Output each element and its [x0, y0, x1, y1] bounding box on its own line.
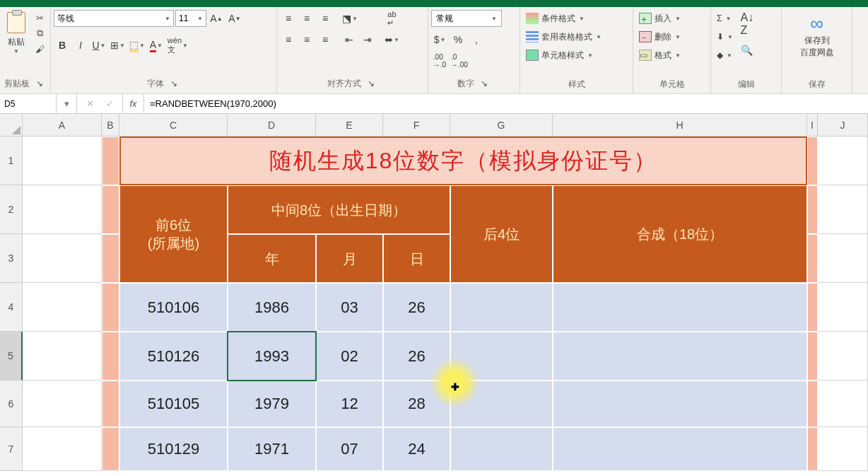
data-C6[interactable]: 510105	[119, 381, 228, 427]
col-header-B[interactable]: B	[102, 114, 119, 137]
alignment-launcher[interactable]: ↘	[364, 76, 378, 91]
margin-right[interactable]	[807, 283, 818, 332]
font-name-select[interactable]: 等线▼	[54, 10, 174, 27]
clipboard-launcher[interactable]: ↘	[33, 76, 47, 91]
hdr-day[interactable]: 日	[383, 234, 450, 283]
cell-J5[interactable]	[818, 332, 868, 381]
col-header-H[interactable]: H	[553, 114, 807, 137]
align-left-icon[interactable]: ≡	[280, 31, 297, 48]
percent-button[interactable]: %	[450, 31, 467, 48]
cell-A5[interactable]	[23, 332, 102, 381]
data-F4[interactable]: 26	[383, 283, 450, 332]
bold-button[interactable]: B	[54, 37, 71, 54]
data-H5[interactable]	[553, 332, 807, 381]
delete-button[interactable]: －删除▼	[636, 28, 684, 45]
data-F6[interactable]: 28	[383, 381, 450, 427]
number-launcher[interactable]: ↘	[477, 76, 491, 91]
wrap-text-button[interactable]: ab↵	[383, 10, 401, 27]
cell-A4[interactable]	[23, 283, 102, 332]
cell-A6[interactable]	[23, 381, 102, 427]
paste-button[interactable]: 粘贴 ▼	[3, 10, 29, 57]
margin-right[interactable]	[807, 332, 818, 381]
title-cell[interactable]: 随机生成18位数字（模拟身份证号）	[119, 137, 807, 185]
find-button[interactable]: 🔍	[739, 40, 756, 61]
conditional-format-button[interactable]: 条件格式▼	[523, 10, 604, 27]
margin-left[interactable]	[102, 234, 119, 283]
align-center-icon[interactable]: ≡	[298, 31, 315, 48]
align-top-icon[interactable]: ≡	[280, 10, 297, 27]
data-D4[interactable]: 1986	[228, 283, 316, 332]
merge-button[interactable]: ⬌▼	[383, 31, 401, 48]
font-launcher[interactable]: ↘	[167, 76, 181, 91]
fx-icon[interactable]: fx	[123, 94, 144, 113]
decrease-decimal-icon[interactable]: .0→.00	[450, 52, 469, 69]
data-H4[interactable]	[553, 283, 807, 332]
data-H7[interactable]	[553, 427, 807, 471]
data-G4[interactable]	[450, 283, 553, 332]
italic-button[interactable]: I	[72, 37, 89, 54]
cancel-icon[interactable]: ✕	[80, 98, 100, 109]
cell-J6[interactable]	[818, 381, 868, 427]
align-bottom-icon[interactable]: ≡	[317, 10, 334, 27]
margin-left[interactable]	[102, 137, 119, 185]
accounting-button[interactable]: $▼	[431, 31, 448, 48]
hdr-last4[interactable]: 后4位	[450, 185, 553, 283]
orientation-button[interactable]: ⬔▼	[341, 10, 359, 27]
margin-right[interactable]	[807, 137, 818, 185]
margin-left[interactable]	[102, 381, 119, 427]
enter-icon[interactable]: ✓	[100, 98, 119, 109]
font-size-select[interactable]: 11▼	[175, 10, 206, 27]
data-E6[interactable]: 12	[316, 381, 383, 427]
col-header-D[interactable]: D	[228, 114, 316, 137]
sort-filter-button[interactable]: A↓Z	[739, 10, 756, 38]
margin-left[interactable]	[102, 427, 119, 471]
data-E4[interactable]: 03	[316, 283, 383, 332]
data-H6[interactable]	[553, 381, 807, 427]
col-header-E[interactable]: E	[316, 114, 383, 137]
row-header-5[interactable]: 5	[0, 332, 23, 381]
data-F7[interactable]: 24	[383, 427, 450, 471]
margin-right[interactable]	[807, 381, 818, 427]
data-D5[interactable]: 1993	[228, 332, 316, 381]
row-header-7[interactable]: 7	[0, 427, 23, 471]
cell-styles-button[interactable]: 单元格样式▼	[523, 47, 604, 64]
font-color-button[interactable]: A▼	[148, 37, 165, 54]
increase-indent-icon[interactable]: ⇥	[359, 31, 376, 48]
fill-color-button[interactable]: ⬚▼	[128, 37, 146, 54]
margin-left[interactable]	[102, 332, 119, 381]
underline-button[interactable]: U▼	[90, 37, 107, 54]
comma-button[interactable]: ,	[468, 31, 485, 48]
row-header-3[interactable]: 3	[0, 234, 23, 283]
format-button[interactable]: ▭格式▼	[636, 47, 684, 64]
col-header-J[interactable]: J	[818, 114, 868, 137]
row-header-1[interactable]: 1	[0, 137, 23, 185]
increase-decimal-icon[interactable]: .00→.0	[431, 52, 448, 69]
col-header-I[interactable]: I	[807, 114, 818, 137]
number-format-select[interactable]: 常规▼	[431, 10, 502, 27]
phonetic-button[interactable]: wén文▼	[166, 37, 189, 54]
align-middle-icon[interactable]: ≡	[298, 10, 315, 27]
data-E5[interactable]: 02	[316, 332, 383, 381]
cell-J4[interactable]	[818, 283, 868, 332]
increase-font-icon[interactable]: A▲	[208, 10, 225, 27]
name-box[interactable]	[0, 94, 57, 113]
data-C5[interactable]: 510126	[119, 332, 228, 381]
row-header-6[interactable]: 6	[0, 381, 23, 427]
format-as-table-button[interactable]: 套用表格格式▼	[523, 28, 604, 45]
save-to-cloud-button[interactable]: ∞ 保存到 百度网盘	[796, 10, 838, 62]
dropdown-icon[interactable]: ▾	[57, 98, 76, 109]
format-painter-icon[interactable]: 🖌	[32, 41, 47, 57]
hdr-mid[interactable]: 中间8位（出生日期）	[228, 185, 450, 234]
autosum-button[interactable]: Σ▼	[714, 10, 736, 27]
data-F5[interactable]: 26	[383, 332, 450, 381]
col-header-F[interactable]: F	[383, 114, 450, 137]
cell-J1[interactable]	[818, 137, 868, 185]
data-C4[interactable]: 510106	[119, 283, 228, 332]
formula-input[interactable]: =RANDBETWEEN(1970,2000)	[144, 94, 868, 113]
row-header-2[interactable]: 2	[0, 185, 23, 234]
border-button[interactable]: ⊞▼	[109, 37, 127, 54]
decrease-font-icon[interactable]: A▼	[226, 10, 243, 27]
col-header-A[interactable]: A	[23, 114, 102, 137]
data-D7[interactable]: 1971	[228, 427, 316, 471]
col-header-C[interactable]: C	[119, 114, 228, 137]
